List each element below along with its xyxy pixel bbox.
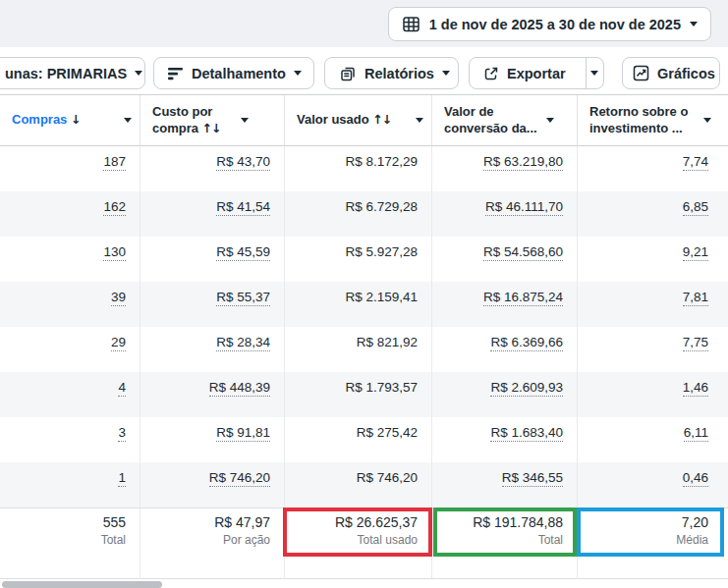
date-range-label: 1 de nov de 2025 a 30 de nov de 2025	[429, 17, 681, 32]
cell: 6,11	[578, 417, 728, 462]
export-options-button[interactable]	[586, 58, 603, 88]
cell-valor-conversao[interactable]: R$ 6.369,66	[490, 335, 563, 351]
cell-custo-por-compra[interactable]: R$ 45,59	[216, 244, 270, 261]
metrics-table: Compras ↓ Custo por compra ↑↓ Valor usad…	[0, 94, 728, 579]
cell: R$ 45,59	[140, 237, 285, 282]
chevron-down-icon	[590, 71, 598, 76]
cell-compras[interactable]: 1	[118, 470, 126, 487]
cell-custo-por-compra[interactable]: R$ 55,37	[216, 290, 270, 306]
reports-button-label: Relatórios	[364, 66, 434, 81]
ads-manager-screen: 1 de nov de 2025 a 30 de nov de 2025 una…	[0, 0, 728, 588]
chevron-down-icon[interactable]	[241, 118, 249, 123]
cell-retorno[interactable]: 9,21	[683, 244, 708, 261]
cell: R$ 91,81	[140, 417, 285, 462]
cell-retorno[interactable]: 7,81	[683, 290, 708, 306]
column-header-label: Retorno sobre o investimento ...	[589, 104, 700, 137]
cell-retorno[interactable]: 6,11	[684, 425, 708, 442]
column-header-valor-usado[interactable]: Valor usado ↑↓	[285, 95, 432, 146]
cell: R$ 54.568,60	[432, 237, 578, 282]
breakdown-button-label: Detalhamento	[192, 66, 286, 81]
cell-valor-conversao[interactable]: R$ 63.219,80	[483, 154, 563, 171]
cell-valor-conversao[interactable]: R$ 346,55	[502, 470, 563, 487]
cell-valor-conversao[interactable]: R$ 54.568,60	[483, 244, 563, 261]
cell: R$ 55,37	[140, 282, 285, 327]
cell-valor-conversao[interactable]: R$ 2.609,93	[490, 380, 563, 397]
cell-compras[interactable]: 162	[103, 199, 126, 216]
cell-retorno[interactable]: 6,85	[683, 199, 708, 216]
cell-valor-usado: R$ 275,42	[357, 425, 418, 440]
cell-custo-por-compra[interactable]: R$ 91,81	[216, 425, 270, 442]
cell-custo-por-compra[interactable]: R$ 43,70	[216, 154, 270, 171]
cell-valor-usado: R$ 8.172,29	[345, 154, 418, 169]
column-header-label: Valor de conversão da...	[444, 104, 542, 137]
export-split-button: Exportar	[469, 57, 604, 89]
cell-valor-conversao[interactable]: R$ 1.683,40	[490, 425, 563, 442]
columns-button[interactable]: unas: PRIMARIAS	[0, 57, 145, 89]
breakdown-button[interactable]: Detalhamento	[153, 57, 314, 89]
sort-indicator: ↑↓	[202, 121, 221, 135]
cell: R$ 1.683,40	[432, 417, 578, 462]
cell-retorno[interactable]: 0,46	[683, 470, 708, 487]
cell-custo-por-compra[interactable]: R$ 746,20	[209, 470, 270, 487]
cell: R$ 746,20	[140, 462, 285, 508]
date-range-picker[interactable]: 1 de nov de 2025 a 30 de nov de 2025	[388, 7, 711, 41]
cell-valor-usado: R$ 5.927,28	[345, 244, 418, 259]
column-header-compras[interactable]: Compras ↓	[0, 95, 140, 146]
total-value: R$ 47,97	[140, 514, 270, 530]
charts-button[interactable]: Gráficos	[622, 57, 720, 89]
cell-retorno[interactable]: 1,46	[683, 380, 708, 397]
cell-custo-por-compra[interactable]: R$ 448,39	[209, 380, 270, 397]
chevron-down-icon[interactable]	[124, 118, 132, 123]
cell-compras[interactable]: 3	[118, 425, 126, 442]
column-header-retorno[interactable]: Retorno sobre o investimento ...	[578, 95, 728, 146]
cell: R$ 41,54	[140, 191, 285, 237]
cell: R$ 448,39	[140, 372, 285, 417]
cell-compras[interactable]: 130	[103, 244, 126, 261]
toolbar: unas: PRIMARIAS Detalhamento	[0, 47, 728, 95]
column-header-text: Compras	[12, 112, 67, 127]
chevron-down-icon	[442, 71, 450, 76]
horizontal-scrollbar-thumb[interactable]	[2, 581, 162, 588]
cell-retorno[interactable]: 7,74	[683, 154, 708, 171]
total-value: 555	[0, 514, 126, 530]
cell: R$ 746,20	[285, 462, 432, 508]
cell-compras[interactable]: 187	[103, 154, 126, 171]
cell: 187	[0, 146, 140, 191]
reports-button[interactable]: Relatórios	[324, 57, 459, 89]
cell: R$ 6.369,66	[432, 327, 578, 372]
cell-valor-conversao[interactable]: R$ 16.875,24	[483, 290, 563, 306]
total-value: R$ 26.625,37	[285, 514, 418, 530]
column-header-text: Valor de conversão da...	[444, 104, 537, 135]
cell: R$ 63.219,80	[432, 146, 578, 191]
cell: 7,74	[578, 146, 728, 191]
total-valor-usado: R$ 26.625,37 Total usado	[285, 508, 432, 564]
cell-retorno[interactable]: 7,75	[683, 335, 708, 351]
chevron-down-icon	[135, 71, 142, 76]
top-bar: 1 de nov de 2025 a 30 de nov de 2025	[0, 0, 728, 47]
cell-custo-por-compra[interactable]: R$ 41,54	[216, 199, 270, 216]
column-header-valor-conversao[interactable]: Valor de conversão da...	[432, 95, 578, 146]
chevron-down-icon	[294, 71, 302, 76]
chevron-down-icon[interactable]	[703, 118, 711, 123]
cell-custo-por-compra[interactable]: R$ 28,34	[216, 335, 270, 351]
cell-valor-usado: R$ 6.729,28	[345, 199, 418, 214]
cell: R$ 46.111,70	[432, 191, 578, 237]
cell-compras[interactable]: 39	[111, 290, 126, 306]
chevron-down-icon[interactable]	[546, 118, 554, 123]
cell: 130	[0, 237, 140, 282]
footer-cell	[140, 564, 285, 579]
cell: R$ 16.875,24	[432, 282, 578, 327]
cell-valor-usado: R$ 2.159,41	[345, 290, 418, 304]
total-label: Por ação	[140, 533, 270, 547]
cell-compras[interactable]: 4	[118, 380, 126, 397]
cell-compras[interactable]: 29	[111, 335, 126, 351]
column-header-custo-por-compra[interactable]: Custo por compra ↑↓	[140, 95, 285, 146]
cell: 4	[0, 372, 140, 417]
chevron-down-icon[interactable]	[416, 118, 423, 123]
export-button[interactable]: Exportar	[470, 58, 578, 88]
chevron-down-icon	[690, 22, 698, 27]
cell-valor-usado: R$ 1.793,57	[345, 380, 418, 395]
cell-valor-conversao[interactable]: R$ 46.111,70	[485, 199, 563, 216]
cell: 0,46	[578, 462, 728, 508]
cell: R$ 43,70	[140, 146, 285, 191]
